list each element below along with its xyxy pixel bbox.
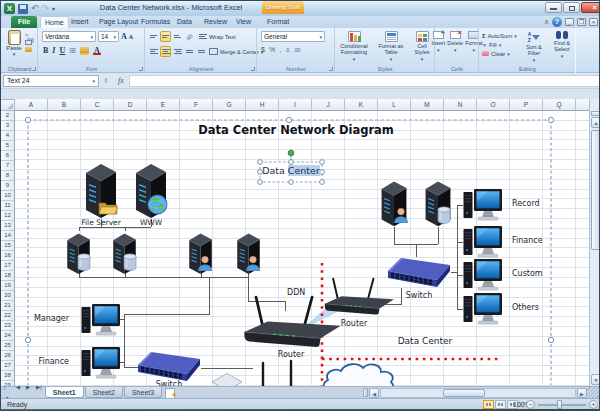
page-layout-view-icon[interactable] <box>495 400 506 409</box>
vertical-scrollbar[interactable]: ▲ ▼ <box>589 99 600 386</box>
zoom-in-icon[interactable]: + <box>589 400 598 409</box>
custom-pc-icon[interactable] <box>464 259 503 290</box>
resize-gripper[interactable] <box>587 387 600 398</box>
sheet-tab-bar: |◀◀▶▶| Sheet1 Sheet2 Sheet3 ∗ ◀ ▶ <box>1 386 600 398</box>
insert-worksheet-icon[interactable]: ∗ <box>163 387 177 398</box>
label-router-left[interactable]: Router <box>265 350 317 359</box>
label-www[interactable]: WWW <box>127 218 175 227</box>
label-ddn[interactable]: DDN <box>287 288 317 297</box>
finance-pc-icon[interactable] <box>82 347 121 378</box>
zoom-slider-thumb[interactable] <box>557 400 562 409</box>
textbox-text[interactable]: Data Center <box>261 165 321 176</box>
status-mode: Ready <box>1 401 27 408</box>
database-icon[interactable] <box>124 254 136 271</box>
switch-left-icon[interactable] <box>138 352 200 381</box>
diagram-layer: Data Center Network Diagram Data Center … <box>1 1 600 411</box>
database-icon[interactable] <box>438 207 450 224</box>
switch-right-icon[interactable] <box>388 258 450 287</box>
database-icon[interactable] <box>78 254 90 271</box>
label-data-center-region[interactable]: Data Center <box>393 336 457 346</box>
horizontal-scroll-thumb[interactable] <box>443 389 485 397</box>
finance-pc-icon[interactable] <box>464 226 503 257</box>
normal-view-icon[interactable] <box>483 400 494 409</box>
sheet-tab-3[interactable]: Sheet3 <box>124 387 162 398</box>
scroll-up-icon[interactable]: ▲ <box>591 117 600 128</box>
label-record[interactable]: Record <box>512 199 564 208</box>
label-manager[interactable]: Manager <box>21 314 69 323</box>
label-others[interactable]: Others <box>512 303 564 312</box>
label-switch-right[interactable]: Switch <box>393 291 445 300</box>
globe-icon[interactable] <box>148 195 167 214</box>
label-finance-left[interactable]: Finance <box>21 357 69 366</box>
selection-marquee[interactable] <box>25 117 553 385</box>
tab-split-handle[interactable] <box>363 388 368 397</box>
vertical-scroll-thumb[interactable] <box>591 130 600 250</box>
label-file-server[interactable]: File Server <box>73 218 129 227</box>
rotate-handle[interactable] <box>288 150 294 156</box>
status-bar: Ready 100% − + <box>1 398 600 409</box>
excel-window: X ↶ ↷ ▾ Data Center Network.xlsx - Micro… <box>0 0 600 411</box>
record-pc-icon[interactable] <box>464 189 503 220</box>
sheet-tab-1[interactable]: Sheet1 <box>45 387 84 398</box>
horizontal-scrollbar[interactable] <box>380 388 576 398</box>
zoom-out-icon[interactable]: − <box>526 400 535 409</box>
label-router-right[interactable]: Router <box>331 319 377 328</box>
router-bottom-icon[interactable] <box>263 361 291 387</box>
others-pc-icon[interactable] <box>464 293 503 324</box>
sheet-tab-2[interactable]: Sheet2 <box>85 387 123 398</box>
hscroll-right-icon[interactable]: ▶ <box>577 388 587 398</box>
label-finance-right[interactable]: Finance <box>512 236 564 245</box>
scroll-down-icon[interactable]: ▼ <box>591 374 600 385</box>
router-right-icon[interactable] <box>325 279 394 315</box>
zoom-slider-track[interactable] <box>538 404 586 406</box>
hscroll-left-icon[interactable]: ◀ <box>369 388 379 398</box>
manager-pc-icon[interactable] <box>82 304 121 335</box>
label-custom[interactable]: Custom <box>512 269 564 278</box>
diagram-title[interactable]: Data Center Network Diagram <box>181 123 411 137</box>
scrollbar-split-handle[interactable] <box>591 111 600 116</box>
